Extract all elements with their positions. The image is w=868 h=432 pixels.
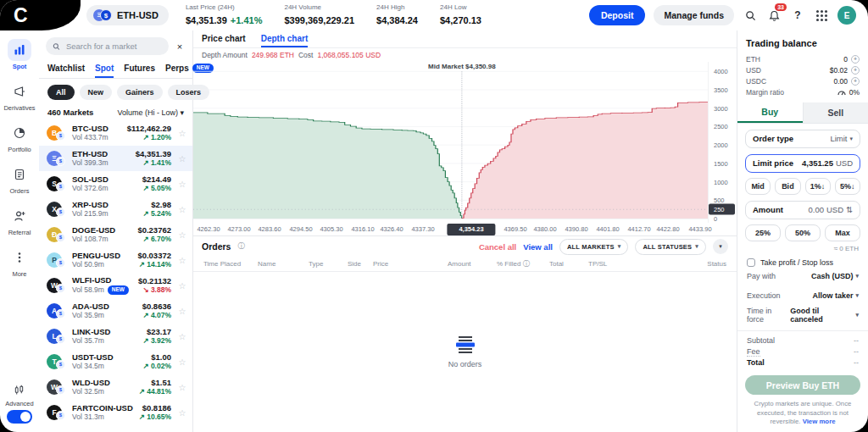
market-row[interactable]: F$ FARTCOIN-USDVol 31.3m $0.8186↗ 10.65%… bbox=[39, 400, 192, 425]
x-tick: 4369.50 bbox=[504, 225, 526, 233]
amount-preset-button[interactable]: 50% bbox=[785, 224, 821, 241]
coin-icon: X$ bbox=[47, 202, 62, 217]
sidebar-item-orders[interactable]: Orders bbox=[3, 163, 35, 195]
no-orders-icon bbox=[454, 335, 476, 355]
market-price: $214.49 bbox=[142, 175, 171, 185]
trade-select-row[interactable]: ExecutionAllow taker▾ bbox=[747, 286, 859, 306]
avatar[interactable]: E bbox=[837, 6, 856, 25]
search-icon[interactable] bbox=[743, 8, 758, 23]
usd-badge-icon: $ bbox=[56, 131, 65, 141]
price-preset-button[interactable]: Mid bbox=[745, 178, 771, 195]
balance-value: 0.00 bbox=[833, 77, 848, 86]
market-row[interactable]: Ð$ DOGE-USDVol 108.7m $0.23762↗ 6.70% ☆ bbox=[39, 222, 192, 247]
sidebar-item-referral[interactable]: Referral bbox=[3, 205, 35, 236]
filter-new[interactable]: New bbox=[80, 85, 113, 100]
star-icon[interactable]: ☆ bbox=[177, 205, 187, 214]
tab-depth-chart[interactable]: Depth chart bbox=[261, 30, 309, 47]
star-icon[interactable]: ☆ bbox=[177, 383, 187, 392]
add-funds-icon[interactable]: + bbox=[851, 66, 860, 75]
market-search[interactable] bbox=[46, 37, 169, 55]
sidebar-item-portfolio[interactable]: Portfolio bbox=[3, 122, 35, 153]
tab-sell[interactable]: Sell bbox=[803, 102, 868, 123]
pair-selector[interactable]: Ξ$ ETH-USD bbox=[86, 5, 169, 25]
market-row[interactable]: Ξ$ ETH-USDVol 399.3m $4,351.39↗ 1.41% ☆ bbox=[39, 146, 192, 171]
tp-sl-row[interactable]: Take profit / Stop loss bbox=[747, 258, 859, 267]
advanced-toggle[interactable] bbox=[7, 410, 32, 424]
search-input[interactable] bbox=[64, 41, 162, 52]
help-icon[interactable]: ? bbox=[790, 8, 805, 23]
limit-price-field[interactable]: Limit price 4,351.25USD bbox=[745, 154, 860, 173]
star-icon[interactable]: ☆ bbox=[177, 180, 187, 189]
star-icon[interactable]: ☆ bbox=[177, 281, 187, 291]
price-preset-button[interactable]: 1%↓ bbox=[805, 178, 831, 195]
star-icon[interactable]: ☆ bbox=[177, 154, 187, 163]
market-price: $0.23762 bbox=[137, 226, 171, 235]
usd-badge-icon: $ bbox=[56, 385, 65, 395]
cancel-all-button[interactable]: Cancel all bbox=[479, 242, 516, 252]
star-icon[interactable]: ☆ bbox=[177, 332, 187, 341]
deposit-button[interactable]: Deposit bbox=[589, 5, 646, 25]
amount-preset-button[interactable]: Max bbox=[825, 224, 860, 241]
tp-sl-checkbox[interactable] bbox=[747, 258, 755, 267]
filter-all[interactable]: All bbox=[47, 85, 75, 100]
trade-select-row[interactable]: Pay withCash (USD)▾ bbox=[747, 267, 859, 286]
star-icon[interactable]: ☆ bbox=[177, 357, 187, 367]
sidebar-item-derivatives[interactable]: Derivatives bbox=[3, 80, 35, 112]
star-icon[interactable]: ☆ bbox=[177, 256, 187, 265]
tab-buy[interactable]: Buy bbox=[737, 102, 803, 123]
market-row[interactable]: X$ XRP-USDVol 215.9m $2.98↗ 5.24% ☆ bbox=[39, 197, 192, 222]
amount-field[interactable]: Amount 0.00USD⇅ bbox=[745, 201, 860, 219]
statuses-filter-dropdown[interactable]: ALL STATUSES▾ bbox=[635, 239, 706, 255]
market-row[interactable]: L$ LINK-USDVol 35.7m $23.17↗ 3.92% ☆ bbox=[39, 324, 192, 349]
star-icon[interactable]: ☆ bbox=[177, 408, 187, 418]
market-row[interactable]: T$ USDT-USDVol 34.5m $1.00↗ 0.02% ☆ bbox=[39, 349, 192, 374]
sidebar-item-more[interactable]: More bbox=[3, 246, 35, 278]
sidebar-item-spot[interactable]: Spot bbox=[3, 39, 35, 70]
view-more-link[interactable]: View more bbox=[803, 418, 836, 425]
collapse-orders-button[interactable]: ▾ bbox=[713, 239, 728, 254]
tab-spot[interactable]: Spot bbox=[95, 60, 114, 78]
star-icon[interactable]: ☆ bbox=[177, 307, 187, 316]
amount-preset-button[interactable]: 25% bbox=[745, 224, 781, 241]
market-row[interactable]: A$ ADA-USDVol 35.9m $0.8636↗ 4.07% ☆ bbox=[39, 298, 192, 324]
sort-dropdown[interactable]: Volume (Hi - Low) ▾ bbox=[117, 108, 184, 117]
usd-badge-icon: $ bbox=[56, 258, 65, 268]
order-type-select[interactable]: Order type Limit▾ bbox=[745, 130, 860, 148]
coin-icon: L$ bbox=[47, 329, 62, 344]
market-volume: Vol 32.5m bbox=[72, 388, 133, 396]
price-preset-button[interactable]: 5%↓ bbox=[835, 178, 860, 195]
close-search-icon[interactable]: × bbox=[174, 42, 186, 52]
markets-filter-dropdown[interactable]: ALL MARKETS▾ bbox=[559, 239, 629, 255]
market-change: ↘ 3.88% bbox=[142, 286, 171, 295]
star-icon[interactable]: ☆ bbox=[177, 129, 187, 138]
notifications-bell-icon[interactable]: 33 bbox=[766, 8, 782, 23]
stat-value: $4,351.39 bbox=[186, 15, 227, 25]
view-all-link[interactable]: View all bbox=[523, 242, 553, 252]
trade-select-row[interactable]: Time in forceGood til canceled▾ bbox=[747, 306, 859, 325]
add-funds-icon[interactable]: + bbox=[851, 77, 860, 86]
market-symbol: ADA-USD bbox=[72, 302, 136, 312]
manage-funds-button[interactable]: Manage funds bbox=[654, 5, 734, 25]
price-preset-button[interactable]: Bid bbox=[775, 178, 800, 195]
coinbase-logo[interactable]: C bbox=[14, 2, 28, 29]
market-row[interactable]: W$ WLD-USDVol 32.5m $1.51↗ 44.81% ☆ bbox=[39, 374, 192, 400]
preview-buy-button[interactable]: Preview Buy ETH bbox=[745, 375, 860, 396]
apps-grid-icon[interactable] bbox=[814, 8, 829, 23]
star-icon[interactable]: ☆ bbox=[177, 230, 187, 240]
coin-icon: S$ bbox=[47, 176, 62, 191]
tab-futures[interactable]: Futures bbox=[124, 60, 155, 78]
add-funds-icon[interactable]: + bbox=[851, 55, 860, 64]
market-row[interactable]: S$ SOL-USDVol 372.6m $214.49↗ 5.05% ☆ bbox=[39, 171, 192, 197]
depth-amount-value: 249.968 ETH bbox=[252, 51, 294, 59]
logo-notch bbox=[0, 0, 81, 30]
filter-gainers[interactable]: Gainers bbox=[117, 85, 163, 100]
tab-price-chart[interactable]: Price chart bbox=[202, 30, 246, 47]
tab-watchlist[interactable]: Watchlist bbox=[47, 60, 85, 78]
market-row[interactable]: B$ BTC-USDVol 433.7m $112,462.29↗ 1.20% … bbox=[39, 120, 192, 146]
x-tick: 4273.00 bbox=[227, 225, 250, 233]
market-row[interactable]: P$ PENGU-USDVol 50.9m $0.03372↗ 14.14% ☆ bbox=[39, 247, 192, 273]
y-tick: 4000 bbox=[714, 68, 728, 75]
market-row[interactable]: W$ WLFI-USDVol 58.9m NEW $0.21132↘ 3.88%… bbox=[39, 273, 192, 298]
balance-value: $0.02 bbox=[830, 66, 848, 75]
depth-chart-plot[interactable]: Mid Market $4,350.98 bbox=[193, 62, 708, 223]
